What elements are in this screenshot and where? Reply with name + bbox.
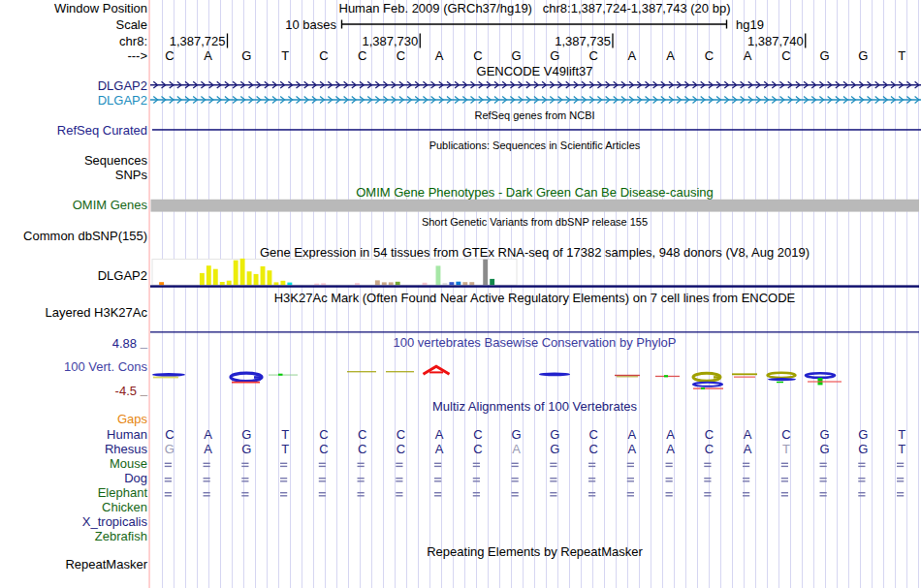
svg-text:T: T bbox=[898, 442, 905, 456]
svg-text:Human Feb. 2009 (GRCh37/hg19): Human Feb. 2009 (GRCh37/hg19) chr8:1,387… bbox=[339, 1, 731, 15]
svg-text:10 bases: 10 bases bbox=[285, 17, 336, 32]
svg-text:C: C bbox=[473, 48, 482, 63]
svg-text:A: A bbox=[666, 48, 675, 63]
svg-text:X_tropicalis: X_tropicalis bbox=[82, 514, 148, 529]
svg-text:_: _ bbox=[140, 334, 148, 349]
svg-text:Gaps: Gaps bbox=[117, 412, 148, 426]
svg-text:A: A bbox=[628, 48, 637, 63]
svg-text:4.88: 4.88 bbox=[112, 336, 137, 351]
svg-text:A: A bbox=[512, 442, 521, 456]
svg-text:C: C bbox=[705, 48, 714, 63]
svg-text:Scale: Scale bbox=[115, 17, 147, 32]
svg-text:DLGAP2: DLGAP2 bbox=[98, 268, 147, 283]
svg-text:100 Vert. Cons: 100 Vert. Cons bbox=[64, 359, 147, 374]
svg-text:C: C bbox=[473, 427, 482, 442]
svg-text:C: C bbox=[588, 427, 597, 442]
svg-text:A: A bbox=[204, 427, 212, 442]
svg-text:1,387,725: 1,387,725 bbox=[170, 34, 226, 48]
svg-text:chr8:: chr8: bbox=[119, 34, 147, 48]
svg-text:G: G bbox=[512, 427, 522, 442]
svg-text:G: G bbox=[241, 48, 251, 63]
svg-text:A: A bbox=[744, 48, 752, 63]
svg-text:RepeatMasker: RepeatMasker bbox=[65, 557, 147, 572]
svg-text:C: C bbox=[358, 427, 366, 442]
svg-text:G: G bbox=[858, 442, 868, 456]
svg-text:T: T bbox=[898, 48, 905, 63]
svg-text:T: T bbox=[281, 442, 289, 456]
svg-text:DLGAP2: DLGAP2 bbox=[98, 78, 147, 93]
svg-text:--->: ---> bbox=[127, 48, 147, 63]
svg-text:Elephant: Elephant bbox=[98, 485, 148, 500]
svg-text:GENCODE V49lift37: GENCODE V49lift37 bbox=[477, 64, 593, 78]
svg-text:A: A bbox=[744, 442, 752, 456]
svg-text:C: C bbox=[358, 442, 366, 456]
svg-text:C: C bbox=[588, 442, 597, 456]
svg-text:Gene Expression in 54 tissues: Gene Expression in 54 tissues from GTEx … bbox=[260, 245, 810, 260]
svg-text:G: G bbox=[550, 427, 559, 442]
svg-text:C: C bbox=[588, 48, 597, 63]
svg-text:Human: Human bbox=[107, 427, 147, 442]
svg-text:A: A bbox=[204, 48, 212, 63]
svg-text:Dog: Dog bbox=[124, 471, 147, 485]
svg-text:OMIM Gene Phenotypes - Dark Gr: OMIM Gene Phenotypes - Dark Green Can Be… bbox=[356, 185, 714, 200]
svg-text:100 vertebrates Basewise Conse: 100 vertebrates Basewise Conservation by… bbox=[394, 335, 677, 350]
svg-text:A: A bbox=[666, 442, 675, 456]
svg-text:C: C bbox=[165, 427, 174, 442]
svg-text:A: A bbox=[628, 427, 637, 442]
svg-text:T: T bbox=[281, 48, 289, 63]
svg-text:G: G bbox=[858, 48, 868, 63]
svg-text:G: G bbox=[550, 48, 559, 63]
svg-text:A: A bbox=[744, 427, 752, 442]
svg-text:hg19: hg19 bbox=[736, 17, 764, 32]
svg-text:Publications: Sequences in Sci: Publications: Sequences in Scientific Ar… bbox=[429, 139, 641, 151]
svg-text:G: G bbox=[165, 442, 175, 456]
svg-text:C: C bbox=[319, 442, 328, 456]
svg-text:A: A bbox=[628, 442, 637, 456]
svg-text:RefSeq Curated: RefSeq Curated bbox=[57, 123, 147, 138]
svg-text:C: C bbox=[705, 427, 714, 442]
svg-text:G: G bbox=[858, 427, 868, 442]
svg-text:G: G bbox=[820, 442, 830, 456]
svg-text:C: C bbox=[397, 427, 405, 442]
svg-text:Mouse: Mouse bbox=[110, 456, 147, 471]
svg-text:Sequences: Sequences bbox=[84, 153, 148, 168]
svg-text:A: A bbox=[435, 427, 444, 442]
svg-text:1,387,735: 1,387,735 bbox=[555, 34, 611, 48]
svg-text:T: T bbox=[281, 427, 289, 442]
svg-text:Window Position: Window Position bbox=[54, 1, 147, 15]
svg-text:_: _ bbox=[140, 382, 148, 396]
svg-text:Zebrafish: Zebrafish bbox=[95, 529, 147, 543]
svg-text:C: C bbox=[397, 442, 405, 456]
svg-text:A: A bbox=[204, 442, 212, 456]
svg-text:G: G bbox=[820, 427, 830, 442]
svg-text:1,387,730: 1,387,730 bbox=[362, 34, 418, 48]
svg-text:T: T bbox=[782, 442, 790, 456]
svg-text:DLGAP2: DLGAP2 bbox=[98, 93, 147, 108]
svg-text:H3K27Ac Mark (Often Found Near: H3K27Ac Mark (Often Found Near Active Re… bbox=[274, 291, 796, 305]
svg-text:T: T bbox=[898, 427, 905, 442]
svg-text:G: G bbox=[512, 48, 522, 63]
svg-text:Repeating Elements by RepeatMa: Repeating Elements by RepeatMasker bbox=[427, 544, 643, 559]
svg-text:Short Genetic Variants from db: Short Genetic Variants from dbSNP releas… bbox=[422, 216, 648, 228]
svg-text:C: C bbox=[705, 442, 714, 456]
svg-text:G: G bbox=[820, 48, 830, 63]
svg-text:C: C bbox=[319, 427, 328, 442]
svg-text:G: G bbox=[241, 442, 251, 456]
svg-text:C: C bbox=[165, 48, 174, 63]
svg-text:Chicken: Chicken bbox=[102, 500, 147, 514]
svg-text:C: C bbox=[473, 442, 482, 456]
svg-text:C: C bbox=[781, 427, 790, 442]
svg-text:Layered H3K27Ac: Layered H3K27Ac bbox=[45, 305, 147, 320]
svg-text:OMIM Genes: OMIM Genes bbox=[73, 198, 148, 212]
svg-text:A: A bbox=[435, 442, 444, 456]
svg-text:A: A bbox=[435, 48, 444, 63]
svg-text:C: C bbox=[781, 48, 790, 63]
svg-text:G: G bbox=[550, 442, 559, 456]
svg-text:C: C bbox=[397, 48, 405, 63]
svg-text:Rhesus: Rhesus bbox=[105, 442, 148, 456]
svg-text:A: A bbox=[666, 427, 675, 442]
svg-text:-4.5: -4.5 bbox=[115, 384, 137, 398]
svg-text:C: C bbox=[358, 48, 366, 63]
svg-text:C: C bbox=[319, 48, 328, 63]
svg-text:G: G bbox=[241, 427, 251, 442]
